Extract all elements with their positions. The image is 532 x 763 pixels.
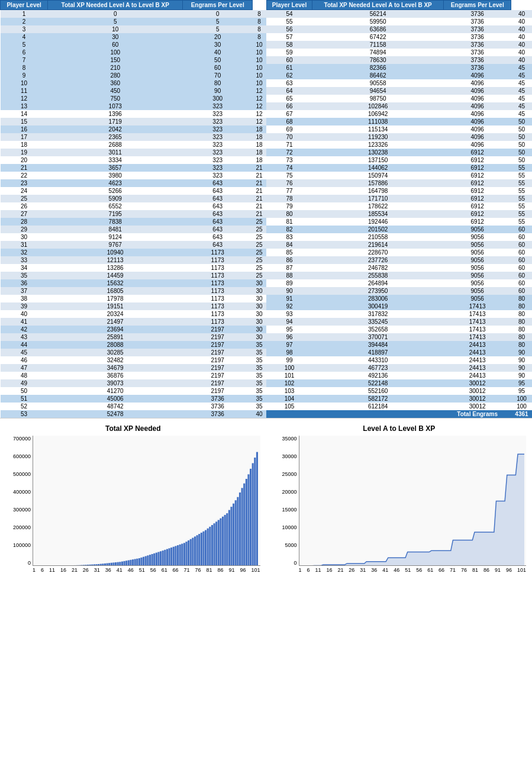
table-row: 4836876219735 bbox=[1, 372, 266, 379]
table-row: 81192446691255 bbox=[266, 218, 532, 226]
table-row: 6390558409645 bbox=[266, 79, 532, 87]
table-row: 10458217230012100 bbox=[266, 395, 532, 403]
table-row: 31058 bbox=[1, 25, 266, 33]
table-row: 3514459117325 bbox=[1, 272, 266, 279]
table-row: 68111038409650 bbox=[266, 118, 532, 125]
table-row: 80185534691255 bbox=[266, 210, 532, 218]
table-row: 30912464325 bbox=[1, 233, 266, 241]
table-row: 14139632312 bbox=[1, 110, 266, 118]
right-chart-title: Level A to Level B XP bbox=[272, 424, 527, 433]
table-row: 3716805117330 bbox=[1, 287, 266, 295]
table-row: 4121497117330 bbox=[1, 318, 266, 326]
table-row: 973944842441380 bbox=[266, 341, 532, 349]
table-row: 16204232318 bbox=[1, 125, 266, 133]
table-row: 61004010 bbox=[1, 49, 266, 56]
table-row: 72130238691250 bbox=[266, 149, 532, 156]
table-row: 22398032321 bbox=[1, 172, 266, 179]
table-row: 6078630373640 bbox=[266, 56, 532, 64]
table-row: 69115134409650 bbox=[266, 125, 532, 133]
table-row: 5767422373640 bbox=[266, 33, 532, 41]
table-row: 430208 bbox=[1, 33, 266, 41]
table-row: 66102846409645 bbox=[266, 102, 532, 110]
left-chart-canvas bbox=[33, 436, 258, 566]
table-row: 73137150691250 bbox=[266, 156, 532, 164]
right-col3-header: Engrams Per Level bbox=[443, 1, 511, 10]
table-row: 90273950905660 bbox=[266, 287, 532, 295]
table-row: 6598750409645 bbox=[266, 95, 532, 102]
table-row: 5559950373640 bbox=[266, 18, 532, 25]
right-chart-box: Level A to Level B XP 35000 30000 25000 … bbox=[266, 418, 533, 591]
left-col1-header: Player Level bbox=[1, 1, 48, 10]
table-row: 71505010 bbox=[1, 56, 266, 64]
table-row: 85228670905660 bbox=[266, 249, 532, 256]
table-row: 933178321741380 bbox=[266, 310, 532, 318]
table-row: 103608010 bbox=[1, 79, 266, 87]
table-row: 77164798691255 bbox=[266, 187, 532, 195]
table-row: 5456214373640 bbox=[266, 10, 532, 18]
table-row: 1004677232441390 bbox=[266, 364, 532, 372]
right-x-axis: 1 6 11 16 21 26 31 36 41 46 51 56 61 66 … bbox=[299, 567, 527, 573]
left-col2-header: Total XP Needed Level A to Level B XP bbox=[48, 1, 183, 10]
table-row: 2558 bbox=[1, 18, 266, 25]
table-row: 5663686373640 bbox=[266, 25, 532, 33]
table-row: 86237726905660 bbox=[266, 256, 532, 264]
right-table: Player Level Total XP Needed Level A to … bbox=[266, 0, 533, 418]
table-row: 29848164325 bbox=[1, 226, 266, 233]
table-row: 4632482219735 bbox=[1, 356, 266, 364]
table-row: 10561218430012100 bbox=[266, 403, 532, 410]
total-row: Total Engrams4361 bbox=[266, 410, 532, 418]
table-row: 23462364321 bbox=[1, 179, 266, 187]
table-row: 4939073219735 bbox=[1, 379, 266, 387]
left-col3-header: Engrams Per Level bbox=[183, 1, 253, 10]
table-row: 963700711741380 bbox=[266, 333, 532, 341]
table-row: 75150974691255 bbox=[266, 172, 532, 179]
table-row: 6182366373645 bbox=[266, 64, 532, 72]
left-y-axis: 700000 600000 500000 400000 300000 20000… bbox=[6, 436, 31, 566]
table-row: 27719564321 bbox=[1, 210, 266, 218]
table-row: 4325891219730 bbox=[1, 333, 266, 341]
left-chart-title: Total XP Needed bbox=[6, 424, 260, 433]
table-row: 5871158373640 bbox=[266, 41, 532, 49]
right-chart-canvas bbox=[299, 436, 524, 566]
table-row: 5974894373640 bbox=[266, 49, 532, 56]
left-table: Player Level Total XP Needed Level A to … bbox=[0, 0, 266, 418]
table-row: 6286462409645 bbox=[266, 72, 532, 79]
table-row: 21365732321 bbox=[1, 164, 266, 172]
table-row: 953526581741380 bbox=[266, 326, 532, 333]
table-row: 79178622691255 bbox=[266, 202, 532, 210]
table-row: 114509012 bbox=[1, 87, 266, 95]
table-row: 24526664321 bbox=[1, 187, 266, 195]
left-chart-box: Total XP Needed 700000 600000 500000 400… bbox=[0, 418, 266, 591]
table-row: 15171932312 bbox=[1, 118, 266, 125]
table-row: 984188972441390 bbox=[266, 349, 532, 356]
left-chart-area bbox=[33, 436, 260, 566]
right-chart-area bbox=[299, 436, 527, 566]
table-row: 3615632117330 bbox=[1, 279, 266, 287]
charts-container: Total XP Needed 700000 600000 500000 400… bbox=[0, 418, 532, 591]
table-row: 26655264321 bbox=[1, 202, 266, 210]
right-table-section: Player Level Total XP Needed Level A to … bbox=[266, 0, 533, 418]
table-row: 5145006373635 bbox=[1, 395, 266, 403]
table-row: 4223694219730 bbox=[1, 326, 266, 333]
right-col1-header: Player Level bbox=[266, 1, 312, 10]
table-row: 5603010 bbox=[1, 41, 266, 49]
table-row: 76157886691255 bbox=[266, 179, 532, 187]
table-row: 5248742373635 bbox=[1, 403, 266, 410]
table-row: 25590964321 bbox=[1, 195, 266, 202]
table-row: 28783864325 bbox=[1, 218, 266, 226]
table-row: 91283006905680 bbox=[266, 295, 532, 302]
table-row: 1025221483001295 bbox=[266, 379, 532, 387]
right-y-axis: 35000 30000 25000 20000 15000 10000 5000… bbox=[272, 436, 297, 566]
table-row: 1035521603001295 bbox=[266, 387, 532, 395]
tables-container: Player Level Total XP Needed Level A to … bbox=[0, 0, 532, 418]
left-x-axis: 1 6 11 16 21 26 31 36 41 46 51 56 61 66 … bbox=[33, 567, 260, 573]
table-row: 1014921362441390 bbox=[266, 372, 532, 379]
table-row: 92807010 bbox=[1, 72, 266, 79]
table-row: 71123326409650 bbox=[266, 141, 532, 149]
table-row: 82106010 bbox=[1, 64, 266, 72]
table-row: 70119230409650 bbox=[266, 133, 532, 141]
table-row: 17236532318 bbox=[1, 133, 266, 141]
table-row: 83210558905660 bbox=[266, 233, 532, 241]
right-col2-header: Total XP Needed Level A to Level B XP bbox=[312, 1, 443, 10]
table-row: 4428088219735 bbox=[1, 341, 266, 349]
